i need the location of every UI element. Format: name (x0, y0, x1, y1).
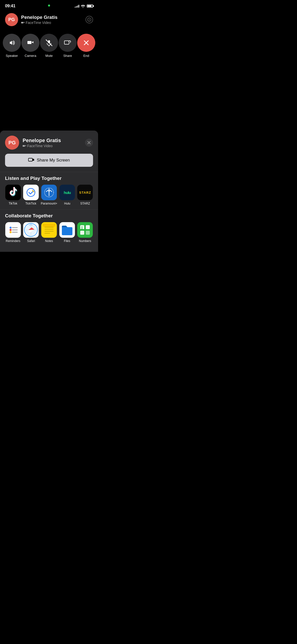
svg-point-17 (27, 188, 35, 196)
wifi-icon (81, 5, 85, 8)
divider-2 (0, 209, 98, 210)
app-item-safari[interactable]: Safari (23, 222, 39, 243)
sheet-call-type: FaceTime Video (23, 144, 81, 148)
svg-rect-38 (86, 225, 90, 229)
svg-rect-39 (86, 231, 90, 235)
camera-label: Camera (25, 54, 36, 58)
notes-icon (41, 222, 57, 238)
svg-point-22 (10, 231, 12, 233)
mute-label: Mute (46, 54, 53, 58)
collaborate-section-title: Collaborate Together (0, 211, 98, 222)
files-icon (59, 222, 75, 238)
hulu-icon: hulu (59, 185, 75, 200)
bottom-sheet: PG Penelope Gratis FaceTime Video Share … (0, 131, 98, 252)
ticktick-icon (23, 185, 39, 200)
share-button[interactable]: Share (59, 34, 77, 58)
app-item-paramount[interactable]: Paramount+ (41, 185, 57, 205)
numbers-label: Numbers (79, 239, 91, 243)
svg-rect-37 (80, 231, 84, 235)
caller-name: Penelope Gratis (21, 15, 82, 20)
tiktok-icon (5, 185, 21, 200)
reminders-label: Reminders (6, 239, 20, 243)
ticktick-label: TickTick (25, 202, 36, 205)
status-icons (75, 5, 93, 8)
safari-label: Safari (27, 239, 35, 243)
camera-button[interactable]: Camera (21, 34, 39, 58)
share-screen-label: Share My Screen (37, 158, 70, 163)
numbers-icon (77, 222, 93, 238)
end-button[interactable]: End (77, 34, 95, 58)
safari-icon (23, 222, 39, 238)
starz-icon: STARZ (77, 185, 93, 200)
app-item-tiktok[interactable]: TikTok (5, 185, 21, 205)
end-label: End (83, 54, 89, 58)
hulu-label: Hulu (64, 202, 70, 205)
sheet-header: PG Penelope Gratis FaceTime Video (0, 131, 98, 154)
speaker-label: Speaker (6, 54, 18, 58)
divider-1 (0, 172, 98, 172)
sheet-close-button[interactable] (85, 139, 93, 147)
sheet-caller-avatar: PG (5, 136, 19, 150)
app-item-files[interactable]: Files (59, 222, 75, 243)
speaker-button[interactable]: Speaker (3, 34, 21, 58)
svg-rect-31 (43, 224, 55, 227)
app-item-ticktick[interactable]: TickTick (23, 185, 39, 205)
svg-point-21 (10, 229, 12, 231)
collaborate-app-grid: Reminders Safari (0, 222, 98, 247)
reminders-icon (5, 222, 21, 238)
status-time: 09:41 (5, 4, 15, 9)
notes-label: Notes (45, 239, 53, 243)
svg-rect-12 (23, 145, 25, 147)
app-item-hulu[interactable]: hulu Hulu (59, 185, 75, 205)
call-header: PG Penelope Gratis FaceTime Video i (0, 11, 98, 29)
app-item-notes[interactable]: Notes (41, 222, 57, 243)
signal-bars-icon (75, 5, 79, 8)
listen-section-title: Listen and Play Together (0, 173, 98, 185)
files-label: Files (64, 239, 70, 243)
paramount-label: Paramount+ (41, 202, 57, 205)
starz-label: STARZ (80, 202, 90, 205)
listen-app-grid: TikTok TickTick Paramount+ (0, 185, 98, 209)
share-my-screen-button[interactable]: Share My Screen (5, 154, 93, 167)
svg-rect-0 (21, 22, 23, 23)
call-info: Penelope Gratis FaceTime Video (21, 15, 82, 25)
info-button[interactable]: i (86, 16, 93, 23)
battery-icon (87, 5, 93, 8)
app-item-reminders[interactable]: Reminders (5, 222, 21, 243)
share-label: Share (63, 54, 72, 58)
call-type: FaceTime Video (21, 21, 82, 25)
sheet-caller-info: Penelope Gratis FaceTime Video (23, 138, 81, 148)
svg-rect-15 (28, 158, 32, 161)
app-item-starz[interactable]: STARZ STARZ (77, 185, 93, 205)
caller-avatar: PG (5, 13, 18, 26)
svg-rect-7 (64, 41, 69, 44)
svg-rect-3 (27, 41, 31, 44)
app-item-numbers[interactable]: Numbers (77, 222, 93, 243)
mute-button[interactable]: Mute (40, 34, 58, 58)
paramount-icon (41, 185, 57, 200)
signal-dot (48, 5, 50, 7)
call-controls: Speaker Camera Mute (0, 29, 98, 60)
svg-text:i: i (89, 18, 90, 21)
status-bar: 09:41 (0, 0, 98, 11)
sheet-caller-name: Penelope Gratis (23, 138, 81, 143)
tiktok-label: TikTok (9, 202, 17, 205)
svg-point-20 (10, 227, 12, 229)
